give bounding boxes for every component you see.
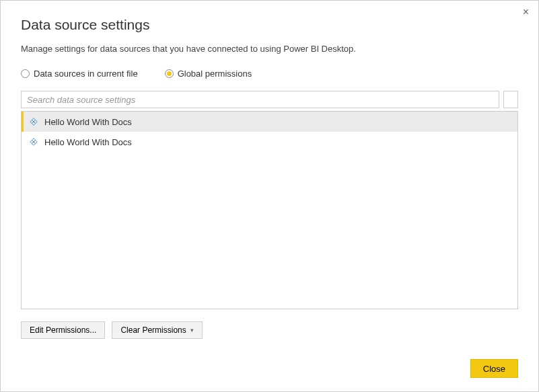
button-label: Edit Permissions... — [30, 325, 96, 335]
action-buttons: Edit Permissions... Clear Permissions ▾ — [21, 321, 518, 339]
chevron-down-icon: ▾ — [190, 327, 194, 334]
scope-radio-group: Data sources in current file Global perm… — [21, 69, 518, 79]
dialog-footer: Close — [470, 359, 518, 378]
list-item[interactable]: Hello World With Docs — [22, 112, 517, 132]
list-item[interactable]: Hello World With Docs — [22, 132, 517, 152]
data-source-settings-dialog: × Data source settings Manage settings f… — [0, 0, 539, 392]
data-source-icon — [28, 136, 39, 147]
radio-icon — [165, 69, 174, 78]
list-item-label: Hello World With Docs — [44, 117, 132, 127]
radio-label: Data sources in current file — [34, 69, 138, 79]
clear-permissions-button[interactable]: Clear Permissions ▾ — [112, 321, 202, 339]
search-input[interactable] — [21, 91, 499, 108]
sort-button[interactable]: AZ — [503, 91, 518, 108]
close-icon[interactable]: × — [523, 6, 529, 18]
button-label: Clear Permissions — [120, 325, 186, 335]
search-row: AZ — [21, 91, 518, 108]
list-item-label: Hello World With Docs — [44, 137, 132, 147]
radio-label: Global permissions — [178, 69, 252, 79]
radio-global-permissions[interactable]: Global permissions — [165, 69, 252, 79]
radio-current-file[interactable]: Data sources in current file — [21, 69, 138, 79]
radio-icon — [21, 69, 30, 78]
dialog-title: Data source settings — [21, 17, 518, 33]
button-label: Close — [483, 364, 505, 374]
edit-permissions-button[interactable]: Edit Permissions... — [21, 321, 105, 339]
close-button[interactable]: Close — [470, 359, 518, 378]
data-source-icon — [28, 116, 39, 127]
data-source-list: Hello World With Docs Hello World With D… — [21, 111, 518, 309]
dialog-subtitle: Manage settings for data sources that yo… — [21, 44, 518, 54]
